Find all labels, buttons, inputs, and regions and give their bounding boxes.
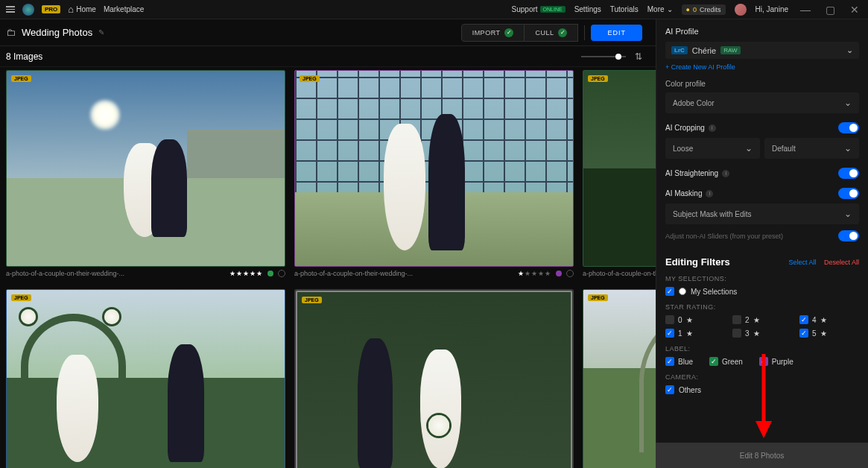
edit-photos-label: Edit 8 Photos [740, 452, 784, 460]
label-green: Green [722, 358, 743, 366]
star-1-checkbox[interactable]: ✓ [665, 329, 674, 338]
select-all-link[interactable]: Select All [788, 259, 816, 266]
ai-cropping-toggle[interactable] [838, 122, 859, 133]
raw-badge: RAW [720, 46, 740, 54]
filename: a-photo-of-a-couple-on-their-wedding-... [294, 270, 513, 277]
hamburger-menu[interactable] [6, 6, 15, 13]
right-sidebar: AI Profile LrC Chérie RAW ⌄ + Create New… [656, 19, 868, 468]
chevron-down-icon [844, 209, 852, 219]
edit-title-icon[interactable]: ✎ [98, 28, 104, 37]
color-label[interactable] [267, 271, 273, 276]
topbar: PRO Home Marketplace Support ONLINE Sett… [0, 0, 868, 19]
edit-button[interactable]: EDIT [591, 25, 642, 41]
jpeg-badge: JPEG [11, 294, 31, 301]
lrc-badge: LrC [671, 46, 688, 54]
label-green-checkbox[interactable]: ✓ [709, 357, 718, 366]
ai-masking-toggle[interactable] [838, 188, 859, 199]
user-greeting[interactable]: Hi, Janine [755, 5, 788, 13]
star-icon: ★ [686, 316, 693, 324]
label-blue: Blue [678, 358, 693, 366]
info-icon[interactable]: i [722, 170, 729, 177]
image-card[interactable]: JPEG a-photo-of-a-wedding-ceremony-a-bri… [294, 289, 574, 468]
jpeg-badge: JPEG [302, 297, 322, 303]
crop-mode-value: Loose [673, 145, 693, 153]
window-maximize[interactable]: ▢ [823, 4, 838, 16]
crop-default-select[interactable]: Default [764, 138, 859, 159]
credits-count: 0 [693, 6, 697, 13]
star-0-checkbox[interactable] [665, 315, 674, 324]
edit-photos-button[interactable]: Edit 8 Photos [656, 443, 868, 468]
star-2-checkbox[interactable] [732, 315, 741, 324]
star-rating[interactable]: ★★★★★ [518, 270, 551, 277]
label-purple-checkbox[interactable]: ✓ [759, 357, 768, 366]
chevron-down-icon [844, 143, 852, 154]
image-count: 8 Images [6, 51, 42, 62]
import-label: IMPORT [472, 29, 501, 37]
info-icon[interactable]: i [706, 190, 713, 197]
adjust-sliders-toggle[interactable] [838, 230, 859, 241]
chevron-down-icon [745, 143, 753, 154]
check-icon: ✓ [558, 28, 567, 37]
home-icon [68, 4, 74, 15]
info-icon[interactable]: i [709, 124, 716, 132]
window-minimize[interactable]: — [797, 4, 814, 16]
my-selections-heading: MY SELECTIONS: [665, 275, 859, 282]
star-4-label: 4 [812, 316, 817, 324]
coin-icon: ● [686, 6, 690, 13]
color-profile-label: Color profile [665, 80, 859, 88]
color-profile-select[interactable]: Adobe Color [665, 92, 859, 113]
nav-settings[interactable]: Settings [574, 5, 601, 13]
color-label[interactable] [556, 271, 562, 276]
ai-straightening-label: AI Straightening [665, 169, 718, 177]
jpeg-badge: JPEG [300, 75, 320, 82]
credits-pill[interactable]: ●0Credits [682, 4, 726, 15]
star-4-checkbox[interactable]: ✓ [799, 315, 808, 324]
my-selections-label: My Selections [691, 288, 737, 296]
camera-heading: CAMERA: [665, 373, 859, 381]
label-blue-checkbox[interactable]: ✓ [665, 357, 674, 366]
user-avatar[interactable] [735, 4, 747, 16]
chevron-down-icon [844, 98, 852, 108]
star-rating[interactable]: ★★★★★ [229, 270, 263, 277]
sort-icon[interactable]: ⇅ [635, 51, 642, 62]
album-title: Wedding Photos [22, 27, 92, 38]
profile-name: Chérie [692, 46, 716, 55]
radio-icon [679, 288, 686, 295]
cull-button[interactable]: CULL✓ [525, 24, 578, 42]
create-profile-link[interactable]: + Create New AI Profile [665, 63, 859, 71]
flag-icon[interactable] [278, 270, 285, 277]
ai-profile-select[interactable]: LrC Chérie RAW ⌄ [665, 42, 859, 59]
my-selections-checkbox[interactable]: ✓ [665, 287, 674, 296]
image-card[interactable]: JPEG a-photo-of-a-couple-on-their-weddin… [294, 70, 574, 280]
cull-label: CULL [535, 29, 554, 37]
crop-mode-select[interactable]: Loose [665, 138, 760, 159]
ai-straightening-toggle[interactable] [838, 168, 859, 179]
adjust-note-label: Adjust non-AI Sliders (from your preset) [665, 233, 783, 240]
star-3-checkbox[interactable] [732, 329, 741, 338]
jpeg-badge: JPEG [588, 75, 608, 82]
nav-more[interactable]: More ⌄ [647, 5, 673, 13]
camera-others-checkbox[interactable]: ✓ [665, 385, 674, 394]
nav-tutorials[interactable]: Tutorials [610, 5, 639, 13]
window-close[interactable]: ✕ [847, 4, 862, 16]
ai-profile-heading: AI Profile [665, 27, 859, 36]
crop-default-value: Default [772, 145, 796, 153]
jpeg-badge: JPEG [588, 294, 608, 301]
jpeg-badge: JPEG [11, 75, 31, 82]
flag-icon[interactable] [566, 270, 574, 277]
deselect-all-link[interactable]: Deselect All [824, 259, 859, 266]
star-icon: ★ [686, 329, 693, 338]
star-3-label: 3 [745, 329, 750, 338]
star-5-checkbox[interactable]: ✓ [799, 329, 808, 338]
mask-select[interactable]: Subject Mask with Edits [665, 203, 859, 224]
image-card[interactable]: JPEG a-photo-of-a-couple-on-their-weddin… [6, 70, 285, 280]
nav-marketplace[interactable]: Marketplace [104, 5, 144, 13]
editing-filters-heading: Editing Filters [665, 256, 730, 268]
thumbnail-size-slider[interactable] [581, 56, 626, 57]
credits-label: Credits [700, 6, 721, 13]
mask-value: Subject Mask with Edits [673, 210, 752, 218]
image-card[interactable]: JPEG a-realistic-photo-of-a-couple-on-th… [6, 289, 285, 468]
nav-home[interactable]: Home [68, 4, 96, 15]
nav-support[interactable]: Support ONLINE [512, 5, 566, 13]
import-button[interactable]: IMPORT✓ [461, 24, 525, 42]
